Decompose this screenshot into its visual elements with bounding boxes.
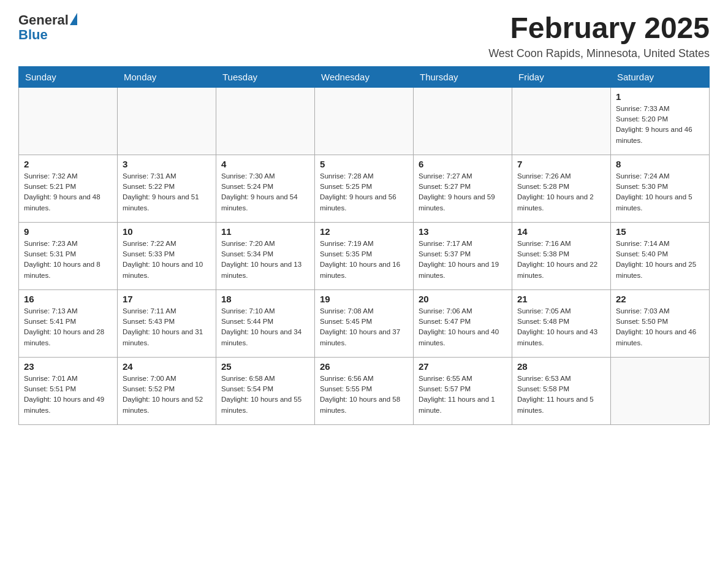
calendar-cell: 15Sunrise: 7:14 AMSunset: 5:40 PMDayligh… [611, 222, 710, 289]
week-row-4: 16Sunrise: 7:13 AMSunset: 5:41 PMDayligh… [19, 289, 710, 357]
day-number: 22 [616, 294, 704, 304]
calendar-cell [611, 357, 710, 424]
calendar-cell: 17Sunrise: 7:11 AMSunset: 5:43 PMDayligh… [118, 289, 216, 357]
day-number: 5 [320, 159, 408, 169]
day-number: 14 [517, 226, 605, 237]
day-info: Sunrise: 7:03 AMSunset: 5:50 PMDaylight:… [616, 306, 704, 348]
day-info: Sunrise: 7:13 AMSunset: 5:41 PMDaylight:… [24, 306, 112, 348]
day-number: 21 [517, 294, 605, 304]
day-number: 12 [320, 226, 408, 237]
day-number: 8 [616, 159, 704, 169]
calendar-cell [315, 87, 414, 155]
col-saturday: Saturday [611, 66, 710, 87]
day-number: 7 [517, 159, 605, 169]
day-info: Sunrise: 7:27 AMSunset: 5:27 PMDaylight:… [419, 171, 507, 213]
day-number: 28 [517, 361, 605, 372]
day-info: Sunrise: 6:58 AMSunset: 5:54 PMDaylight:… [221, 373, 309, 416]
day-info: Sunrise: 7:14 AMSunset: 5:40 PMDaylight:… [616, 239, 704, 281]
day-number: 26 [320, 361, 408, 372]
day-number: 18 [221, 294, 309, 304]
day-info: Sunrise: 7:11 AMSunset: 5:43 PMDaylight:… [123, 306, 211, 348]
calendar-cell: 13Sunrise: 7:17 AMSunset: 5:37 PMDayligh… [414, 222, 512, 289]
day-info: Sunrise: 7:28 AMSunset: 5:25 PMDaylight:… [320, 171, 408, 213]
calendar-cell: 3Sunrise: 7:31 AMSunset: 5:22 PMDaylight… [118, 155, 216, 222]
day-number: 25 [221, 361, 309, 372]
col-thursday: Thursday [414, 66, 512, 87]
calendar-cell: 24Sunrise: 7:00 AMSunset: 5:52 PMDayligh… [118, 357, 216, 424]
logo-general-text: General [18, 12, 69, 28]
calendar-table: Sunday Monday Tuesday Wednesday Thursday… [18, 66, 710, 425]
day-info: Sunrise: 7:16 AMSunset: 5:38 PMDaylight:… [517, 239, 605, 281]
logo-blue-text: Blue [18, 27, 48, 43]
week-row-2: 2Sunrise: 7:32 AMSunset: 5:21 PMDaylight… [19, 155, 710, 222]
calendar-cell: 19Sunrise: 7:08 AMSunset: 5:45 PMDayligh… [315, 289, 414, 357]
title-section: February 2025 West Coon Rapids, Minnesot… [488, 12, 710, 60]
day-number: 1 [616, 91, 704, 102]
calendar-cell: 14Sunrise: 7:16 AMSunset: 5:38 PMDayligh… [512, 222, 611, 289]
day-info: Sunrise: 7:26 AMSunset: 5:28 PMDaylight:… [517, 171, 605, 213]
calendar-cell: 22Sunrise: 7:03 AMSunset: 5:50 PMDayligh… [611, 289, 710, 357]
day-info: Sunrise: 7:01 AMSunset: 5:51 PMDaylight:… [24, 373, 112, 416]
calendar-cell: 9Sunrise: 7:23 AMSunset: 5:31 PMDaylight… [19, 222, 118, 289]
day-info: Sunrise: 7:17 AMSunset: 5:37 PMDaylight:… [419, 239, 507, 281]
day-info: Sunrise: 7:32 AMSunset: 5:21 PMDaylight:… [24, 171, 112, 213]
calendar-cell [512, 87, 611, 155]
day-number: 16 [24, 294, 112, 304]
day-info: Sunrise: 7:30 AMSunset: 5:24 PMDaylight:… [221, 171, 309, 213]
day-number: 20 [419, 294, 507, 304]
day-info: Sunrise: 6:55 AMSunset: 5:57 PMDaylight:… [419, 373, 507, 416]
calendar-cell: 11Sunrise: 7:20 AMSunset: 5:34 PMDayligh… [216, 222, 315, 289]
calendar-cell: 12Sunrise: 7:19 AMSunset: 5:35 PMDayligh… [315, 222, 414, 289]
calendar-header-row: Sunday Monday Tuesday Wednesday Thursday… [19, 66, 710, 87]
day-number: 9 [24, 226, 112, 237]
day-number: 15 [616, 226, 704, 237]
calendar-cell: 2Sunrise: 7:32 AMSunset: 5:21 PMDaylight… [19, 155, 118, 222]
calendar-cell [216, 87, 315, 155]
calendar-cell: 18Sunrise: 7:10 AMSunset: 5:44 PMDayligh… [216, 289, 315, 357]
week-row-1: 1Sunrise: 7:33 AMSunset: 5:20 PMDaylight… [19, 87, 710, 155]
day-info: Sunrise: 7:08 AMSunset: 5:45 PMDaylight:… [320, 306, 408, 348]
calendar-cell: 4Sunrise: 7:30 AMSunset: 5:24 PMDaylight… [216, 155, 315, 222]
day-info: Sunrise: 7:23 AMSunset: 5:31 PMDaylight:… [24, 239, 112, 281]
calendar-cell: 5Sunrise: 7:28 AMSunset: 5:25 PMDaylight… [315, 155, 414, 222]
day-info: Sunrise: 7:05 AMSunset: 5:48 PMDaylight:… [517, 306, 605, 348]
col-tuesday: Tuesday [216, 66, 315, 87]
day-number: 13 [419, 226, 507, 237]
calendar-cell: 26Sunrise: 6:56 AMSunset: 5:55 PMDayligh… [315, 357, 414, 424]
day-info: Sunrise: 7:10 AMSunset: 5:44 PMDaylight:… [221, 306, 309, 348]
day-info: Sunrise: 7:19 AMSunset: 5:35 PMDaylight:… [320, 239, 408, 281]
day-number: 19 [320, 294, 408, 304]
month-year-title: February 2025 [488, 12, 710, 45]
day-info: Sunrise: 7:06 AMSunset: 5:47 PMDaylight:… [419, 306, 507, 348]
calendar-cell: 21Sunrise: 7:05 AMSunset: 5:48 PMDayligh… [512, 289, 611, 357]
page-header: General Blue February 2025 West Coon Rap… [18, 12, 710, 60]
day-number: 2 [24, 159, 112, 169]
calendar-cell: 7Sunrise: 7:26 AMSunset: 5:28 PMDaylight… [512, 155, 611, 222]
calendar-cell: 28Sunrise: 6:53 AMSunset: 5:58 PMDayligh… [512, 357, 611, 424]
calendar-cell: 20Sunrise: 7:06 AMSunset: 5:47 PMDayligh… [414, 289, 512, 357]
calendar-cell: 25Sunrise: 6:58 AMSunset: 5:54 PMDayligh… [216, 357, 315, 424]
calendar-cell [414, 87, 512, 155]
calendar-cell: 23Sunrise: 7:01 AMSunset: 5:51 PMDayligh… [19, 357, 118, 424]
calendar-cell: 1Sunrise: 7:33 AMSunset: 5:20 PMDaylight… [611, 87, 710, 155]
week-row-5: 23Sunrise: 7:01 AMSunset: 5:51 PMDayligh… [19, 357, 710, 424]
col-friday: Friday [512, 66, 611, 87]
day-number: 27 [419, 361, 507, 372]
day-info: Sunrise: 7:20 AMSunset: 5:34 PMDaylight:… [221, 239, 309, 281]
day-info: Sunrise: 7:33 AMSunset: 5:20 PMDaylight:… [616, 104, 704, 146]
col-wednesday: Wednesday [315, 66, 414, 87]
calendar-cell: 16Sunrise: 7:13 AMSunset: 5:41 PMDayligh… [19, 289, 118, 357]
day-number: 23 [24, 361, 112, 372]
day-info: Sunrise: 6:56 AMSunset: 5:55 PMDaylight:… [320, 373, 408, 416]
col-monday: Monday [118, 66, 216, 87]
calendar-cell: 10Sunrise: 7:22 AMSunset: 5:33 PMDayligh… [118, 222, 216, 289]
calendar-cell: 8Sunrise: 7:24 AMSunset: 5:30 PMDaylight… [611, 155, 710, 222]
day-number: 6 [419, 159, 507, 169]
day-number: 3 [123, 159, 211, 169]
location-subtitle: West Coon Rapids, Minnesota, United Stat… [488, 47, 710, 60]
calendar-cell: 6Sunrise: 7:27 AMSunset: 5:27 PMDaylight… [414, 155, 512, 222]
day-number: 24 [123, 361, 211, 372]
calendar-cell [118, 87, 216, 155]
logo-triangle-icon [70, 13, 77, 25]
day-info: Sunrise: 7:31 AMSunset: 5:22 PMDaylight:… [123, 171, 211, 213]
